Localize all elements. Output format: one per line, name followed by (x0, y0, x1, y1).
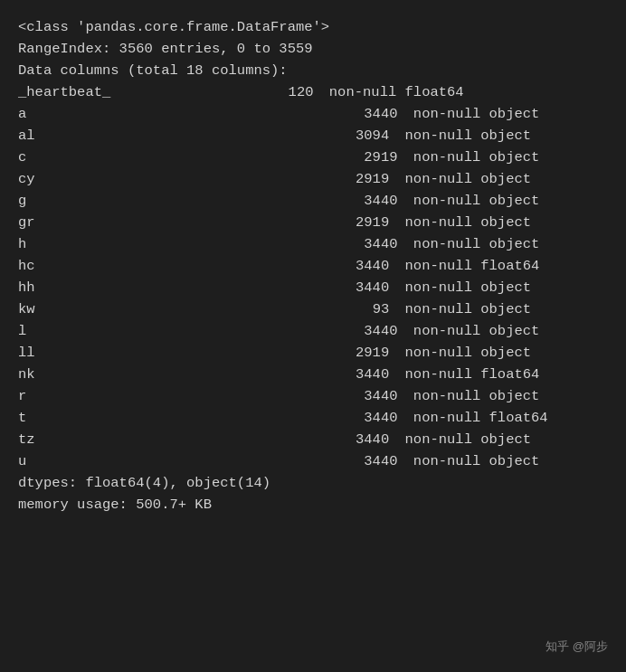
table-row: hc 3440 non-null float64 (18, 255, 608, 277)
watermark: 知乎 @阿步 (545, 638, 608, 656)
header-class-line: <class 'pandas.core.frame.DataFrame'> (18, 16, 608, 38)
table-row: nk 3440 non-null float64 (18, 364, 608, 385)
footer-memory-line: memory usage: 500.7+ KB (18, 494, 608, 516)
table-row: kw 93 non-null object (18, 298, 608, 320)
table-row: c 2919 non-null object (18, 147, 608, 168)
table-row: _heartbeat_ 120 non-null float64 (18, 81, 608, 103)
table-row: u 3440 non-null object (18, 450, 608, 472)
table-row: ll 2919 non-null object (18, 342, 608, 364)
table-row: hh 3440 non-null object (18, 277, 608, 298)
table-row: g 3440 non-null object (18, 190, 608, 212)
terminal-output: <class 'pandas.core.frame.DataFrame'> Ra… (0, 0, 626, 672)
table-row: al 3094 non-null object (18, 125, 608, 147)
table-row: l 3440 non-null object (18, 320, 608, 342)
table-row: r 3440 non-null object (18, 385, 608, 407)
table-row: a 3440 non-null object (18, 103, 608, 125)
footer-dtypes-line: dtypes: float64(4), object(14) (18, 472, 608, 494)
table-row: cy 2919 non-null object (18, 168, 608, 190)
header-rangeindex-line: RangeIndex: 3560 entries, 0 to 3559 (18, 38, 608, 60)
table-row: h 3440 non-null object (18, 233, 608, 255)
header-columns-line: Data columns (total 18 columns): (18, 60, 608, 81)
table-row: gr 2919 non-null object (18, 212, 608, 233)
table-row: tz 3440 non-null object (18, 429, 608, 450)
table-row: t 3440 non-null float64 (18, 407, 608, 429)
